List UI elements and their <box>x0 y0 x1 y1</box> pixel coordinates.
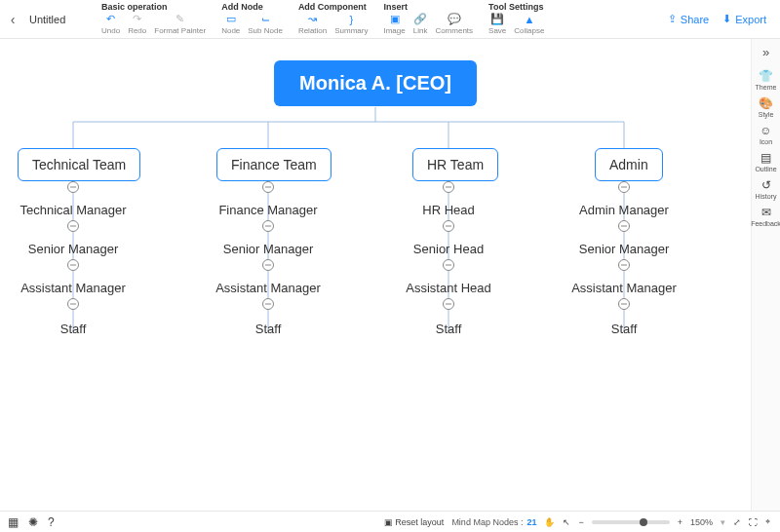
node-count: Mind Map Nodes : 21 <box>451 517 536 527</box>
center-icon[interactable]: ⌖ <box>765 516 770 527</box>
node-team-hr[interactable]: HR Team <box>412 148 498 181</box>
node-child[interactable]: Staff <box>255 322 282 336</box>
side-rail: » 👕Theme 🎨Style ☺Icon ▤Outline ↺History … <box>751 39 780 511</box>
node-child[interactable]: Assistant Manager <box>215 281 321 295</box>
save-button[interactable]: 💾Save <box>488 13 506 35</box>
export-icon: ⬇ <box>722 13 731 25</box>
toolbar-group-insert: Insert ▣Image 🔗Link 💬Comments <box>375 0 481 38</box>
share-icon: ⇪ <box>668 13 677 25</box>
share-button[interactable]: ⇪Share <box>668 13 709 25</box>
collapse-toggle[interactable] <box>262 298 274 310</box>
rail-outline[interactable]: ▤Outline <box>755 151 776 172</box>
collapse-toggle[interactable] <box>618 220 630 232</box>
export-button[interactable]: ⬇Export <box>722 13 766 25</box>
collapse-toggle[interactable] <box>443 298 454 310</box>
outline-icon: ▤ <box>760 151 771 165</box>
feedback-icon: ✉ <box>761 206 771 219</box>
relation-button[interactable]: ↝Relation <box>298 13 327 35</box>
group-title-basic: Basic operation <box>101 2 206 12</box>
rail-history[interactable]: ↺History <box>756 178 777 200</box>
collapse-toggle[interactable] <box>67 298 79 310</box>
summary-button[interactable]: }Summary <box>334 13 368 35</box>
add-node-button[interactable]: ▭Node <box>221 13 240 35</box>
node-child[interactable]: Staff <box>611 322 638 336</box>
node-child[interactable]: Senior Manager <box>223 242 314 256</box>
collapse-icon: ▲ <box>524 13 534 25</box>
save-icon: 💾 <box>490 13 504 25</box>
insert-image-button[interactable]: ▣Image <box>383 13 405 35</box>
theme-icon: 👕 <box>759 69 773 83</box>
toolbar-group-toolsettings: Tool Settings 💾Save ▲Collapse <box>481 0 552 38</box>
back-button[interactable]: ‹ <box>0 0 25 38</box>
node-team-finance[interactable]: Finance Team <box>216 148 332 181</box>
format-painter-button[interactable]: ✎Format Painter <box>154 13 206 35</box>
icon-icon: ☺ <box>760 124 771 137</box>
comments-icon: 💬 <box>448 13 461 25</box>
node-child[interactable]: Senior Manager <box>579 242 670 256</box>
reset-layout-button[interactable]: ▣ Reset layout <box>384 517 445 527</box>
node-child[interactable]: Finance Manager <box>218 203 317 217</box>
zoom-percent: 150% <box>690 517 713 527</box>
collapse-toggle[interactable] <box>67 259 79 271</box>
history-icon: ↺ <box>761 178 771 192</box>
collapse-toggle[interactable] <box>67 220 79 232</box>
connector-lines <box>0 39 751 511</box>
pan-tool-icon[interactable]: ✋ <box>544 517 555 527</box>
collapse-toggle[interactable] <box>618 181 630 193</box>
collapse-toggle[interactable] <box>443 181 454 193</box>
node-child[interactable]: Assistant Manager <box>20 281 126 295</box>
node-child[interactable]: Senior Manager <box>28 242 119 256</box>
toolbar-group-addnode: Add Node ▭Node ⌙Sub Node <box>214 0 291 38</box>
undo-icon: ↶ <box>106 13 115 25</box>
node-child[interactable]: Assistant Manager <box>571 281 677 295</box>
insert-comments-button[interactable]: 💬Comments <box>435 13 473 35</box>
insert-link-button[interactable]: 🔗Link <box>413 13 428 35</box>
node-child[interactable]: HR Head <box>422 203 474 217</box>
node-child[interactable]: Admin Manager <box>579 203 669 217</box>
sb-grid-icon[interactable]: ▦ <box>8 515 19 529</box>
node-child[interactable]: Technical Manager <box>20 203 126 217</box>
collapse-toggle[interactable] <box>618 298 630 310</box>
collapse-toggle[interactable] <box>262 220 274 232</box>
group-title-insert: Insert <box>383 2 473 12</box>
node-team-technical[interactable]: Technical Team <box>18 148 140 181</box>
collapse-button[interactable]: ▲Collapse <box>514 13 544 35</box>
collapse-toggle[interactable] <box>443 220 454 232</box>
node-root[interactable]: Monica A. [CEO] <box>274 60 477 106</box>
redo-button[interactable]: ↷Redo <box>128 13 146 35</box>
zoom-slider[interactable] <box>592 520 670 524</box>
undo-button[interactable]: ↶Undo <box>101 13 120 35</box>
status-bar: ▦ ✺ ? ▣ Reset layout Mind Map Nodes : 21… <box>0 511 780 532</box>
collapse-toggle[interactable] <box>618 259 630 271</box>
collapse-toggle[interactable] <box>262 259 274 271</box>
rail-style[interactable]: 🎨Style <box>759 96 774 118</box>
add-subnode-button[interactable]: ⌙Sub Node <box>248 13 283 35</box>
doc-title[interactable]: Untitled <box>25 0 94 38</box>
node-child[interactable]: Staff <box>60 322 87 336</box>
zoom-thumb[interactable] <box>640 518 647 526</box>
node-child[interactable]: Staff <box>436 322 462 336</box>
cursor-tool-icon[interactable]: ↖ <box>563 517 570 527</box>
sb-sun-icon[interactable]: ✺ <box>28 515 38 529</box>
zoom-in-button[interactable]: + <box>678 517 682 527</box>
fit-screen-icon[interactable]: ⤢ <box>733 517 741 527</box>
node-team-admin[interactable]: Admin <box>595 148 663 181</box>
canvas[interactable]: Monica A. [CEO] Technical Team Finance T… <box>0 39 751 511</box>
collapse-toggle[interactable] <box>67 181 79 193</box>
style-icon: 🎨 <box>759 96 773 110</box>
collapse-toggle[interactable] <box>262 181 274 193</box>
top-toolbar: ‹ Untitled Basic operation ↶Undo ↷Redo ✎… <box>0 0 780 39</box>
collapse-rail-button[interactable]: » <box>762 45 769 59</box>
collapse-toggle[interactable] <box>443 259 454 271</box>
format-painter-icon: ✎ <box>176 13 184 25</box>
rail-feedback[interactable]: ✉Feedback <box>751 206 780 227</box>
fullscreen-icon[interactable]: ⛶ <box>749 517 758 527</box>
zoom-out-button[interactable]: − <box>578 517 583 527</box>
rail-icon[interactable]: ☺Icon <box>760 124 772 145</box>
node-child[interactable]: Assistant Head <box>406 281 490 295</box>
group-title-addcomponent: Add Component <box>298 2 369 12</box>
node-child[interactable]: Senior Head <box>413 242 484 256</box>
sb-help-icon[interactable]: ? <box>48 515 55 529</box>
rail-theme[interactable]: 👕Theme <box>756 69 777 91</box>
group-title-addnode: Add Node <box>221 2 283 12</box>
